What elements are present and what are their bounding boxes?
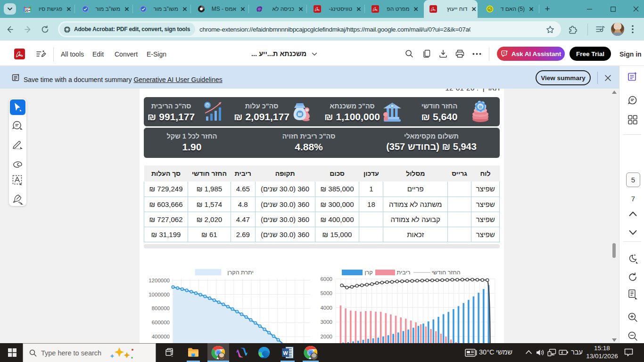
svg-text:6000: 6000 [320, 276, 332, 282]
svg-text:2000: 2000 [320, 334, 332, 339]
svg-text:קרן: קרן [364, 269, 372, 276]
svg-text:החזר חודשי: החזר חודשי [431, 269, 460, 276]
svg-text:600000: 600000 [152, 320, 170, 325]
svg-text:יתרת הקרן: יתרת הקרן [227, 269, 253, 276]
svg-text:800000: 800000 [152, 305, 170, 311]
svg-text:₪: ₪ [206, 104, 209, 107]
svg-text:₪: ₪ [391, 104, 394, 107]
svg-text:400000: 400000 [152, 334, 170, 339]
svg-text:W: W [283, 350, 288, 356]
svg-text:3000: 3000 [320, 319, 332, 325]
svg-text:1000000: 1000000 [149, 292, 170, 297]
svg-text:4000: 4000 [320, 305, 332, 311]
svg-text:1200000: 1200000 [149, 278, 170, 283]
svg-text:ריבית: ריבית [397, 269, 411, 276]
svg-text:₪: ₪ [479, 105, 482, 109]
svg-text:₪: ₪ [297, 111, 302, 117]
svg-text:₪: ₪ [305, 108, 308, 112]
svg-text:20+: 20+ [25, 9, 30, 12]
svg-text:5000: 5000 [320, 290, 332, 296]
